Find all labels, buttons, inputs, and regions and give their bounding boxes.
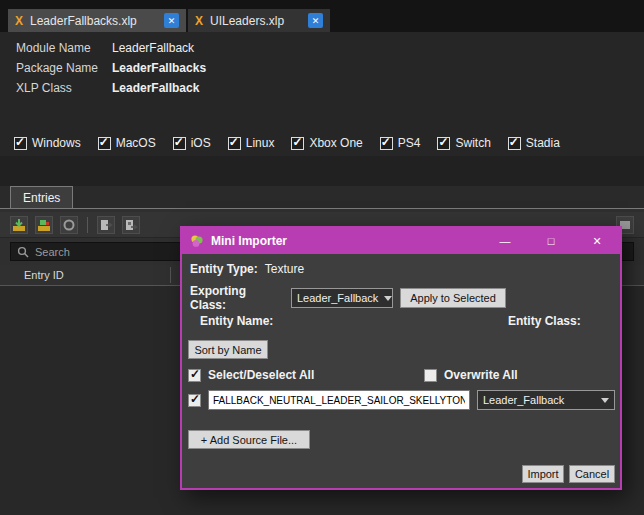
exporting-class-dropdown[interactable]: Leader_Fallback bbox=[291, 288, 393, 308]
export-entry-icon bbox=[99, 218, 113, 232]
close-button[interactable]: ✕ bbox=[574, 228, 620, 254]
entry-id-column-header[interactable]: Entry ID bbox=[24, 269, 64, 281]
property-row-module-name: Module Name LeaderFallback bbox=[0, 38, 644, 58]
platform-label: iOS bbox=[191, 136, 211, 150]
property-value: LeaderFallbacks bbox=[112, 61, 206, 75]
toolbar-divider bbox=[87, 217, 88, 233]
property-label: Module Name bbox=[16, 41, 112, 55]
overwrite-all: Overwrite All bbox=[424, 368, 518, 382]
close-tab-icon[interactable]: ✕ bbox=[308, 13, 323, 28]
ios-checkbox[interactable] bbox=[173, 137, 186, 150]
platform-label: Windows bbox=[32, 136, 81, 150]
search-icon bbox=[17, 246, 29, 258]
platform-checkbox-row: Windows MacOS iOS Linux Xbox One PS4 Swi… bbox=[0, 130, 644, 156]
chevron-down-icon bbox=[601, 398, 609, 403]
dialog-title: Mini Importer bbox=[211, 234, 287, 248]
exporting-class-row: Exporting Class: Leader_Fallback Apply t… bbox=[190, 284, 506, 312]
section-divider bbox=[0, 156, 644, 186]
entity-type-label: Entity Type: bbox=[190, 262, 258, 276]
import-package-icon bbox=[37, 218, 51, 232]
close-tab-icon[interactable]: ✕ bbox=[164, 13, 179, 28]
property-label: XLP Class bbox=[16, 81, 112, 95]
platform-switch: Switch bbox=[437, 136, 490, 150]
platform-stadia: Stadia bbox=[508, 136, 560, 150]
export-package-icon bbox=[124, 218, 138, 232]
entity-type-row: Entity Type: Texture bbox=[190, 262, 304, 276]
entries-tab-label: Entries bbox=[23, 191, 60, 205]
windows-checkbox[interactable] bbox=[14, 137, 27, 150]
platform-windows: Windows bbox=[14, 136, 81, 150]
mini-importer-dialog: Mini Importer — □ ✕ Entity Type: Texture… bbox=[180, 226, 622, 490]
entity-name-column-label: Entity Name: bbox=[200, 314, 273, 328]
chevron-down-icon bbox=[384, 296, 392, 301]
minimize-button[interactable]: — bbox=[482, 228, 528, 254]
maximize-button[interactable]: □ bbox=[528, 228, 574, 254]
platform-label: Linux bbox=[246, 136, 275, 150]
property-value: LeaderFallback bbox=[112, 81, 199, 95]
add-source-file-button[interactable]: + Add Source File... bbox=[188, 430, 310, 449]
xlp-file-icon: X bbox=[195, 14, 203, 28]
xbox-one-checkbox[interactable] bbox=[291, 137, 304, 150]
export-entry-button[interactable] bbox=[97, 216, 115, 234]
tab-label: LeaderFallbacks.xlp bbox=[30, 14, 137, 28]
import-entry-icon bbox=[12, 218, 26, 232]
document-tabbar: X LeaderFallbacks.xlp ✕ X UILeaders.xlp … bbox=[0, 0, 644, 32]
tab-entries[interactable]: Entries bbox=[10, 186, 73, 209]
linux-checkbox[interactable] bbox=[228, 137, 241, 150]
select-deselect-all: Select/Deselect All bbox=[188, 368, 314, 382]
overwrite-all-checkbox[interactable] bbox=[424, 369, 437, 382]
refresh-icon bbox=[62, 218, 76, 232]
platform-label: PS4 bbox=[398, 136, 421, 150]
entry-checkbox[interactable] bbox=[188, 394, 201, 407]
entity-class-column-label: Entity Class: bbox=[508, 314, 581, 328]
platform-ios: iOS bbox=[173, 136, 211, 150]
platform-label: Switch bbox=[455, 136, 490, 150]
property-value: LeaderFallback bbox=[112, 41, 194, 55]
entity-class-value: Leader_Fallback bbox=[483, 394, 564, 406]
entity-class-dropdown[interactable]: Leader_Fallback bbox=[477, 390, 615, 410]
property-row-xlp-class: XLP Class LeaderFallback bbox=[0, 78, 644, 98]
tab-uileaders-xlp[interactable]: X UILeaders.xlp ✕ bbox=[188, 9, 330, 32]
switch-checkbox[interactable] bbox=[437, 137, 450, 150]
platform-ps4: PS4 bbox=[380, 136, 421, 150]
ps4-checkbox[interactable] bbox=[380, 137, 393, 150]
tab-leaderfallbacks-xlp[interactable]: X LeaderFallbacks.xlp ✕ bbox=[8, 9, 186, 32]
entity-type-value: Texture bbox=[265, 262, 304, 276]
cancel-button[interactable]: Cancel bbox=[569, 465, 615, 483]
overwrite-all-label: Overwrite All bbox=[444, 368, 518, 382]
platform-label: MacOS bbox=[116, 136, 156, 150]
platform-label: Xbox One bbox=[309, 136, 362, 150]
platform-macos: MacOS bbox=[98, 136, 156, 150]
exporting-class-value: Leader_Fallback bbox=[297, 292, 378, 304]
sort-by-name-button[interactable]: Sort by Name bbox=[188, 340, 268, 359]
mini-importer-icon bbox=[190, 234, 204, 248]
import-package-button[interactable] bbox=[35, 216, 53, 234]
property-row-package-name: Package Name LeaderFallbacks bbox=[0, 58, 644, 78]
macos-checkbox[interactable] bbox=[98, 137, 111, 150]
exporting-class-label: Exporting Class: bbox=[190, 284, 284, 312]
window-controls: — □ ✕ bbox=[482, 228, 620, 254]
tab-label: UILeaders.xlp bbox=[210, 14, 284, 28]
platform-linux: Linux bbox=[228, 136, 275, 150]
platform-xbox-one: Xbox One bbox=[291, 136, 362, 150]
platform-label: Stadia bbox=[526, 136, 560, 150]
stadia-checkbox[interactable] bbox=[508, 137, 521, 150]
export-package-button[interactable] bbox=[122, 216, 140, 234]
import-entry-button[interactable] bbox=[10, 216, 28, 234]
refresh-button[interactable] bbox=[60, 216, 78, 234]
select-deselect-all-checkbox[interactable] bbox=[188, 369, 201, 382]
xlp-file-icon: X bbox=[15, 14, 23, 28]
apply-to-selected-button[interactable]: Apply to Selected bbox=[400, 288, 506, 308]
dialog-body: Entity Type: Texture Exporting Class: Le… bbox=[182, 254, 620, 488]
import-button[interactable]: Import bbox=[522, 465, 564, 483]
import-entry-row: Leader_Fallback bbox=[188, 390, 615, 410]
app-window: X LeaderFallbacks.xlp ✕ X UILeaders.xlp … bbox=[0, 0, 644, 515]
property-label: Package Name bbox=[16, 61, 112, 75]
module-properties: Module Name LeaderFallback Package Name … bbox=[0, 32, 644, 130]
select-deselect-all-label: Select/Deselect All bbox=[208, 368, 314, 382]
entity-name-input[interactable] bbox=[208, 390, 470, 410]
dialog-titlebar[interactable]: Mini Importer — □ ✕ bbox=[182, 228, 620, 254]
